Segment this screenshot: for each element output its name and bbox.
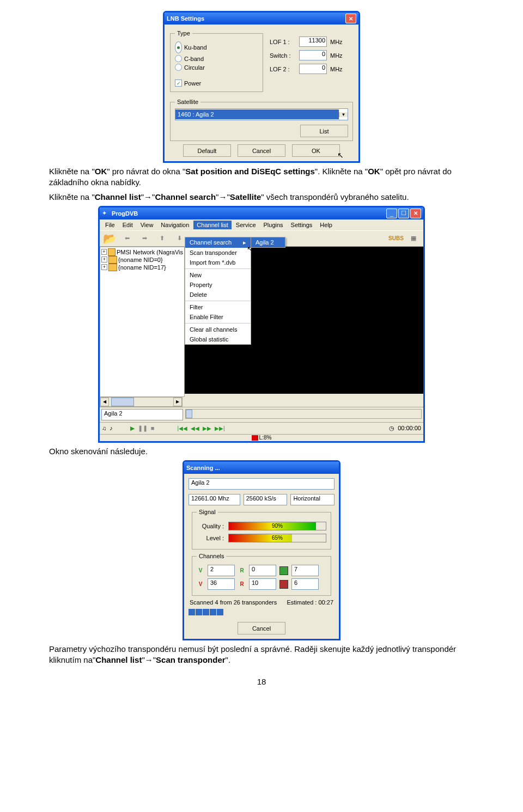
signal-bar: L:8% <box>100 434 423 441</box>
menu-item-delete[interactable]: Delete <box>185 290 251 300</box>
menu-item-import[interactable]: Import from *.dvb <box>185 258 251 267</box>
tool-icon[interactable]: ▦ <box>406 232 421 245</box>
menubar: File Edit View Navigation Channel list S… <box>100 219 423 230</box>
count-field: 36 <box>208 578 235 590</box>
pause-icon[interactable]: ❚❚ <box>138 425 148 432</box>
scan-freq-field[interactable]: 12661.00 Mhz <box>188 494 240 505</box>
status-bar: Agila 2 <box>100 407 423 422</box>
menu-item-global-statistic[interactable]: Global statistic <box>185 334 251 344</box>
subs-icon[interactable]: SUBS <box>388 232 404 245</box>
ok-button[interactable]: OK↖ <box>292 144 340 157</box>
scanned-text: Scanned 4 from 26 transponders <box>190 599 277 606</box>
menu-item-scan-transponder[interactable]: Scan transponder <box>185 248 251 258</box>
menu-service[interactable]: Service <box>233 221 259 229</box>
clock-icon: ◷ <box>389 425 394 432</box>
folder-icon <box>108 264 117 271</box>
checkbox-power[interactable]: ✓Power <box>175 80 258 87</box>
default-button[interactable]: Default <box>183 144 231 157</box>
scan-sr-field[interactable]: 25600 kS/s <box>244 494 288 505</box>
scroll-left-icon[interactable]: ◀ <box>100 398 109 406</box>
forward-icon[interactable]: ▶▶ <box>203 425 211 431</box>
scan-satellite-field[interactable]: Agila 2 <box>188 478 335 490</box>
close-icon[interactable]: ✕ <box>410 209 421 218</box>
channels-legend: Channels <box>197 553 226 559</box>
list-button[interactable]: List <box>300 125 348 137</box>
quality-bar: 90% <box>228 522 326 530</box>
menu-view[interactable]: View <box>137 221 157 229</box>
menu-navigation[interactable]: Navigation <box>157 221 192 229</box>
menu-plugins[interactable]: Plugins <box>260 221 287 229</box>
lof2-label: LOF 2 : <box>270 66 296 72</box>
channel-tree[interactable]: +PMSI Network (NagraVis +{noname NID=0} … <box>100 247 185 397</box>
chevron-down-icon: ▼ <box>339 112 348 117</box>
scanning-window: Scanning ... Agila 2 12661.00 Mhz 25600 … <box>183 460 340 640</box>
menu-help[interactable]: Help <box>317 221 336 229</box>
progress-blocks <box>188 609 335 615</box>
tree-row[interactable]: +{noname NID=17} <box>101 264 183 271</box>
play-icon[interactable]: ▶ <box>130 425 135 432</box>
minimize-icon[interactable]: _ <box>386 209 397 218</box>
cancel-button[interactable]: Cancel <box>238 144 285 157</box>
next-track-icon[interactable]: ▶▶| <box>215 425 225 431</box>
disk-green-icon <box>279 566 288 575</box>
paragraph-4: Parametry výchozího transpondéru nemusí … <box>49 644 474 666</box>
note-icon[interactable]: ♪ <box>110 425 113 431</box>
stop-icon[interactable]: ■ <box>151 425 155 431</box>
lnb-settings-window: LNB Settings ✕ Type Ku-band C-band Circu… <box>163 11 360 163</box>
tree-row[interactable]: +{noname NID=0} <box>101 256 183 264</box>
count-field: 2 <box>208 565 235 576</box>
chevron-right-icon: ▸ <box>243 239 246 246</box>
lof2-input[interactable]: 0 <box>299 64 327 74</box>
switch-input[interactable]: 0 <box>299 50 327 60</box>
satellite-select[interactable]: 1460 : Agila 2 ▼ <box>175 108 348 120</box>
scan-pol-field[interactable]: Horizontal <box>290 494 335 505</box>
app-icon: ✦ <box>102 210 110 217</box>
lof1-input[interactable]: 11300 <box>299 36 327 47</box>
lof1-label: LOF 1 : <box>270 39 296 45</box>
player-controls: ♫ ♪ ▶ ❚❚ ■ |◀◀ ◀◀ ▶▶ ▶▶| ◷ 00:00:00 <box>100 422 423 434</box>
maximize-icon[interactable]: ☐ <box>398 209 409 218</box>
seek-bar[interactable] <box>185 409 422 419</box>
menu-channel-list[interactable]: Channel list <box>193 221 231 229</box>
paragraph-1: Klikněte na "OK" pro návrat do okna "Sat… <box>49 166 474 188</box>
scan-cancel-button[interactable]: Cancel <box>238 622 285 634</box>
menu-item-enable-filter[interactable]: Enable Filter <box>185 312 251 322</box>
menu-item-clear-channels[interactable]: Clear all channels <box>185 325 251 334</box>
type-legend: Type <box>175 30 192 36</box>
folder-open-icon[interactable]: 📂 <box>102 232 117 245</box>
count-field: 6 <box>291 578 319 590</box>
arrow-up-icon[interactable]: ⬆ <box>154 232 169 245</box>
menu-item-property[interactable]: Property <box>185 280 251 290</box>
close-icon[interactable]: ✕ <box>345 14 356 23</box>
switch-label: Switch : <box>270 52 296 59</box>
menu-item-new[interactable]: New <box>185 270 251 280</box>
menu-item-channel-search[interactable]: Channel search▸ <box>185 237 251 248</box>
lnb-titlebar[interactable]: LNB Settings ✕ <box>165 13 358 25</box>
prev-track-icon[interactable]: |◀◀ <box>177 425 187 431</box>
folder-icon <box>108 256 117 264</box>
radio-circular[interactable]: Circular <box>175 64 258 71</box>
radio-ku-band[interactable]: Ku-band <box>175 41 258 53</box>
audio-icon[interactable]: ♫ <box>102 425 106 431</box>
radio-c-band[interactable]: C-band <box>175 55 258 62</box>
arrow-left-icon[interactable]: ⬅ <box>119 232 135 245</box>
arrow-right-icon[interactable]: ➡ <box>137 232 152 245</box>
radio-green-icon: R <box>238 567 246 575</box>
menu-edit[interactable]: Edit <box>119 221 136 229</box>
menu-item-filter[interactable]: Filter <box>185 302 251 312</box>
disk-red-icon <box>279 580 288 589</box>
rewind-icon[interactable]: ◀◀ <box>191 425 199 431</box>
status-satellite: Agila 2 <box>101 409 183 420</box>
scanning-titlebar[interactable]: Scanning ... <box>184 462 339 474</box>
folder-icon <box>108 248 115 256</box>
tree-scrollbar[interactable]: ◀ ▶ <box>100 397 183 407</box>
estimated-text: Estimated : 00:27 <box>287 599 333 606</box>
menu-file[interactable]: File <box>102 221 118 229</box>
radio-red-icon: R <box>238 581 246 588</box>
scroll-right-icon[interactable]: ▶ <box>173 398 182 406</box>
progdvb-titlebar[interactable]: ✦ ProgDVB _ ☐ ✕ <box>100 207 423 219</box>
channel-list-dropdown: Channel search▸ Scan transponder Import … <box>185 237 251 345</box>
tree-row[interactable]: +PMSI Network (NagraVis <box>101 248 183 256</box>
menu-settings[interactable]: Settings <box>288 221 316 229</box>
submenu-satellite[interactable]: Agila 2 <box>251 237 285 247</box>
